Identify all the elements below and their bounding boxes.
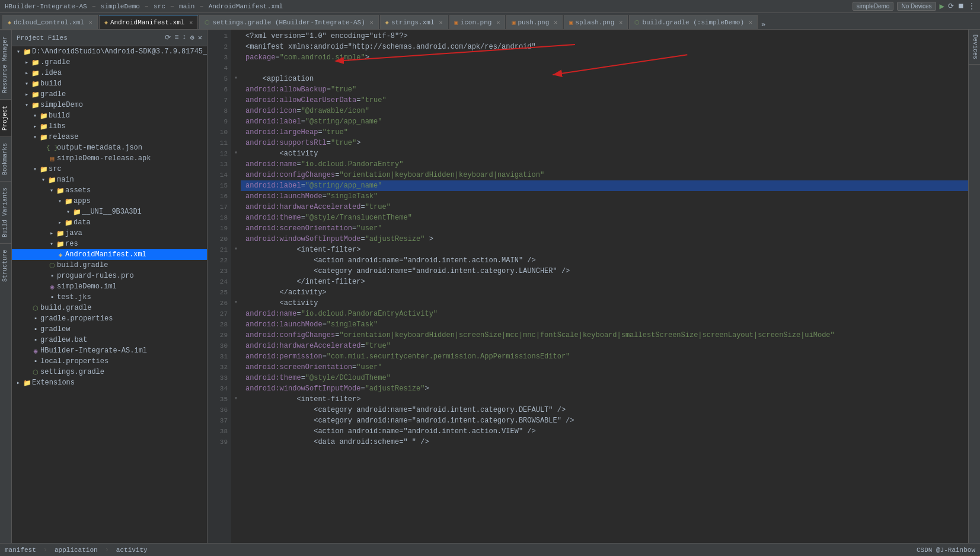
tree-item[interactable]: ▤simpleDemo-release.apk [12, 153, 207, 164]
tree-item[interactable]: ⬡settings.gradle [12, 367, 207, 377]
tree-item[interactable]: ▸📁libs [12, 121, 207, 132]
tab-push-png[interactable]: ▣ push.png ✕ [506, 15, 563, 29]
fold-icon[interactable]: ▾ [231, 393, 241, 404]
code-line[interactable]: android:launchMode="singleTask" [241, 319, 968, 330]
resource-manager-panel[interactable]: Resource Manager [0, 30, 11, 99]
tree-item[interactable]: ⬡build.gradle [12, 303, 207, 313]
tab-build-gradle[interactable]: ⬡ build.gradle (:simpleDemo) ✕ [629, 15, 758, 29]
code-line[interactable]: <activity [241, 298, 968, 309]
tree-item[interactable]: ▸📁.gradle [12, 57, 207, 68]
tab-icon-png[interactable]: ▣ icon.png ✕ [449, 15, 506, 29]
tree-item[interactable]: ▪gradlew [12, 324, 207, 335]
code-line[interactable]: android:name="io.dcloud.PandoraEntry" [241, 159, 968, 170]
project-selector[interactable]: simpleDemo [853, 2, 894, 11]
code-line[interactable]: <intent-filter> [241, 394, 968, 405]
code-line[interactable]: android:permission="com.miui.securitycen… [241, 351, 968, 362]
tab-close-icon[interactable]: ✕ [619, 19, 623, 26]
code-line[interactable]: android:hardwareAccelerated="true" [241, 202, 968, 212]
code-line[interactable]: android:screenOrientation="user" [241, 362, 968, 373]
code-line[interactable]: <intent-filter> [241, 244, 968, 255]
code-line[interactable]: android:launchMode="singleTask" [241, 191, 968, 202]
tree-item[interactable]: ▾📁apps [12, 196, 207, 206]
devices-panel-label[interactable]: Devices [969, 30, 980, 65]
tree-item[interactable]: ▾📁main [12, 174, 207, 185]
tree-item[interactable]: ▾📁src [12, 164, 207, 174]
tab-close-icon[interactable]: ✕ [439, 19, 443, 26]
tree-item[interactable]: ⬡build.gradle [12, 260, 207, 271]
tab-close-icon[interactable]: ✕ [370, 19, 374, 26]
tab-close-icon[interactable]: ✕ [189, 19, 193, 26]
code-line[interactable]: android:icon="@drawable/icon" [241, 106, 968, 116]
code-line[interactable]: android:screenOrientation="user" [241, 223, 968, 234]
tab-splash-png[interactable]: ▣ splash.png ✕ [564, 15, 628, 29]
code-line[interactable]: <data android:scheme=" " /> [241, 437, 968, 447]
code-line[interactable]: <action android:name="android.intent.act… [241, 255, 968, 266]
code-line[interactable]: android:configChanges="orientation|keybo… [241, 170, 968, 180]
tab-dcloud-control[interactable]: ◈ dcloud_control.xml ✕ [2, 15, 98, 29]
code-line[interactable]: android:windowSoftInputMode="adjustResiz… [241, 234, 968, 244]
more-tabs-icon[interactable]: » [761, 21, 765, 29]
code-lines[interactable]: <?xml version="1.0" encoding="utf-8"?><m… [241, 30, 968, 543]
tree-item[interactable]: ▪local.properties [12, 356, 207, 367]
code-line[interactable]: android:windowSoftInputMode="adjustResiz… [241, 383, 968, 394]
code-line[interactable]: <category android:name="android.intent.c… [241, 405, 968, 415]
tree-item[interactable]: ▾📁res [12, 239, 207, 249]
code-line[interactable]: android:theme="@style/DCloudTheme" [241, 373, 968, 383]
tree-item[interactable]: ▸📁Extensions [12, 377, 207, 388]
code-line[interactable]: android:theme="@style/TranslucentTheme" [241, 212, 968, 223]
code-line[interactable]: </intent-filter> [241, 277, 968, 287]
project-panel[interactable]: Project [0, 99, 11, 136]
code-line[interactable]: android:largeHeap="true" [241, 127, 968, 138]
tab-settings-gradle[interactable]: ⬡ settings.gradle (HBuilder-Integrate-AS… [199, 15, 378, 29]
structure-panel[interactable]: Structure [0, 243, 11, 288]
close-tree-icon[interactable]: ✕ [198, 33, 202, 42]
tab-close-icon[interactable]: ✕ [89, 19, 92, 26]
tab-close-icon[interactable]: ✕ [554, 19, 557, 26]
run-button[interactable]: ▶ [940, 1, 944, 11]
tree-item[interactable]: ▸📁java [12, 228, 207, 239]
tree-item[interactable]: ◉simpleDemo.iml [12, 281, 207, 292]
tree-item[interactable]: ◉HBuilder-Integrate-AS.iml [12, 345, 207, 356]
tree-item[interactable]: ▾📁D:\AndroidStudio\Android-SDK@3.7.9.817… [12, 46, 207, 57]
code-line[interactable]: android:configChanges="orientation|keybo… [241, 330, 968, 341]
tab-androidmanifest[interactable]: ◈ AndroidManifest.xml ✕ [99, 15, 198, 29]
tree-item[interactable]: ▾📁assets [12, 185, 207, 196]
code-line[interactable]: package="com.android.simple"> [241, 52, 968, 63]
code-line[interactable]: <category android:name="android.intent.c… [241, 266, 968, 277]
collapse-icon[interactable]: ≡ [174, 33, 178, 42]
build-variants-panel[interactable]: Build Variants [0, 181, 11, 243]
fold-icon[interactable]: ▾ [231, 297, 241, 307]
tree-item[interactable]: ◈AndroidManifest.xml [12, 249, 207, 260]
tree-item[interactable]: ▸📁data [12, 217, 207, 228]
code-line[interactable]: android:label="@string/app_name" [241, 180, 968, 191]
code-line[interactable]: </activity> [241, 287, 968, 298]
fold-icon[interactable]: ▾ [231, 147, 241, 158]
tree-item[interactable]: { }output-metadata.json [12, 142, 207, 153]
tree-item[interactable]: ▾📁simpleDemo [12, 100, 207, 110]
code-line[interactable]: <manifest xmlns:android="http://schemas.… [241, 42, 968, 52]
tree-item[interactable]: ▾📁__UNI__9B3A3D1 [12, 206, 207, 217]
tree-item[interactable]: ▸📁.idea [12, 68, 207, 78]
tab-strings[interactable]: ◈ strings.xml ✕ [380, 15, 448, 29]
device-selector[interactable]: No Devices [897, 2, 936, 11]
code-line[interactable]: android:label="@string/app_name" [241, 116, 968, 127]
code-line[interactable]: <application [241, 74, 968, 84]
bookmarks-panel[interactable]: Bookmarks [0, 136, 11, 181]
tree-item[interactable]: ▪gradle.properties [12, 313, 207, 324]
tree-item[interactable]: ▪gradlew.bat [12, 335, 207, 345]
code-line[interactable]: android:allowBackup="true" [241, 84, 968, 95]
code-line[interactable]: <activity [241, 148, 968, 159]
stop-button[interactable]: ⏹ [957, 2, 965, 11]
code-line[interactable]: android:allowClearUserData="true" [241, 95, 968, 106]
code-line[interactable]: android:hardwareAccelerated="true" [241, 341, 968, 351]
tree-item[interactable]: ▾📁build [12, 78, 207, 89]
tree-item[interactable]: ▾📁release [12, 132, 207, 142]
code-line[interactable]: <category android:name="android.intent.c… [241, 415, 968, 426]
code-line[interactable]: android:supportsRtl="true"> [241, 138, 968, 148]
sync-icon[interactable]: ⟳ [165, 33, 171, 42]
tree-item[interactable]: ▪test.jks [12, 292, 207, 303]
tab-close-icon[interactable]: ✕ [496, 19, 500, 26]
tree-item[interactable]: ▸📁gradle [12, 89, 207, 100]
settings-tree-icon[interactable]: ⚙ [190, 33, 194, 42]
fold-icon[interactable]: ▾ [231, 72, 241, 83]
